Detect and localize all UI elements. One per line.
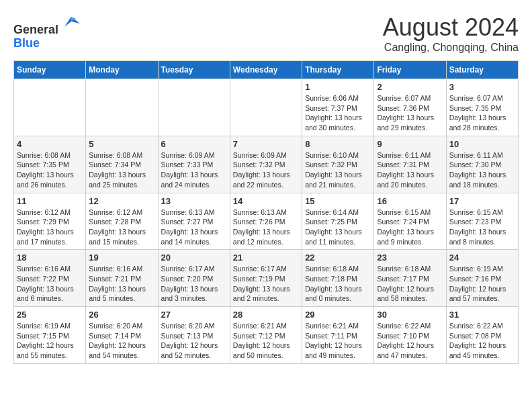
day-info: Sunrise: 6:22 AM Sunset: 7:10 PM Dayligh…: [377, 321, 443, 361]
weekday-header-tuesday: Tuesday: [158, 61, 230, 79]
day-number: 14: [233, 196, 299, 206]
logo-general: General: [13, 23, 58, 36]
day-number: 2: [377, 82, 443, 92]
page-header: General Blue August 2024 Cangling, Chong…: [13, 13, 519, 54]
calendar-week-row: 11Sunrise: 6:12 AM Sunset: 7:29 PM Dayli…: [14, 193, 519, 250]
calendar-day-cell: 25Sunrise: 6:19 AM Sunset: 7:15 PM Dayli…: [14, 307, 86, 364]
calendar-day-cell: 6Sunrise: 6:09 AM Sunset: 7:33 PM Daylig…: [158, 136, 230, 193]
weekday-header-saturday: Saturday: [446, 61, 518, 79]
day-number: 3: [449, 82, 515, 92]
calendar-day-cell: 3Sunrise: 6:07 AM Sunset: 7:35 PM Daylig…: [446, 79, 518, 136]
day-info: Sunrise: 6:15 AM Sunset: 7:23 PM Dayligh…: [449, 208, 515, 247]
day-info: Sunrise: 6:19 AM Sunset: 7:16 PM Dayligh…: [449, 264, 515, 304]
empty-calendar-cell: [14, 79, 86, 136]
day-number: 8: [305, 139, 371, 149]
calendar-day-cell: 11Sunrise: 6:12 AM Sunset: 7:29 PM Dayli…: [14, 193, 86, 250]
day-info: Sunrise: 6:11 AM Sunset: 7:31 PM Dayligh…: [377, 150, 443, 190]
calendar-day-cell: 23Sunrise: 6:18 AM Sunset: 7:17 PM Dayli…: [374, 250, 446, 307]
day-number: 30: [377, 310, 443, 320]
weekday-header-row: SundayMondayTuesdayWednesdayThursdayFrid…: [14, 61, 519, 79]
calendar-day-cell: 22Sunrise: 6:18 AM Sunset: 7:18 PM Dayli…: [302, 250, 374, 307]
calendar-day-cell: 16Sunrise: 6:15 AM Sunset: 7:24 PM Dayli…: [374, 193, 446, 250]
weekday-header-sunday: Sunday: [14, 61, 86, 79]
empty-calendar-cell: [158, 79, 230, 136]
calendar-day-cell: 2Sunrise: 6:07 AM Sunset: 7:36 PM Daylig…: [374, 79, 446, 136]
day-number: 4: [17, 139, 83, 149]
calendar-week-row: 1Sunrise: 6:06 AM Sunset: 7:37 PM Daylig…: [14, 79, 519, 136]
day-info: Sunrise: 6:06 AM Sunset: 7:37 PM Dayligh…: [305, 93, 371, 133]
day-info: Sunrise: 6:12 AM Sunset: 7:29 PM Dayligh…: [17, 208, 83, 247]
day-info: Sunrise: 6:10 AM Sunset: 7:32 PM Dayligh…: [305, 150, 371, 190]
day-number: 7: [233, 139, 299, 149]
day-info: Sunrise: 6:14 AM Sunset: 7:25 PM Dayligh…: [305, 208, 371, 247]
day-number: 1: [305, 82, 371, 92]
calendar-table: SundayMondayTuesdayWednesdayThursdayFrid…: [13, 60, 519, 364]
day-info: Sunrise: 6:08 AM Sunset: 7:35 PM Dayligh…: [17, 150, 83, 190]
day-info: Sunrise: 6:15 AM Sunset: 7:24 PM Dayligh…: [377, 208, 443, 247]
calendar-day-cell: 30Sunrise: 6:22 AM Sunset: 7:10 PM Dayli…: [374, 307, 446, 364]
day-number: 20: [161, 253, 227, 263]
calendar-day-cell: 15Sunrise: 6:14 AM Sunset: 7:25 PM Dayli…: [302, 193, 374, 250]
day-info: Sunrise: 6:19 AM Sunset: 7:15 PM Dayligh…: [17, 321, 83, 361]
day-number: 24: [449, 253, 515, 263]
calendar-day-cell: 29Sunrise: 6:21 AM Sunset: 7:11 PM Dayli…: [302, 307, 374, 364]
calendar-day-cell: 31Sunrise: 6:22 AM Sunset: 7:08 PM Dayli…: [446, 307, 518, 364]
weekday-header-friday: Friday: [374, 61, 446, 79]
day-info: Sunrise: 6:22 AM Sunset: 7:08 PM Dayligh…: [449, 321, 515, 361]
calendar-day-cell: 7Sunrise: 6:09 AM Sunset: 7:32 PM Daylig…: [230, 136, 302, 193]
day-number: 26: [89, 310, 154, 320]
day-info: Sunrise: 6:09 AM Sunset: 7:32 PM Dayligh…: [233, 150, 299, 190]
day-number: 13: [161, 196, 227, 206]
day-info: Sunrise: 6:08 AM Sunset: 7:34 PM Dayligh…: [89, 150, 154, 190]
calendar-day-cell: 13Sunrise: 6:13 AM Sunset: 7:27 PM Dayli…: [158, 193, 230, 250]
day-number: 21: [233, 253, 299, 263]
day-info: Sunrise: 6:18 AM Sunset: 7:17 PM Dayligh…: [377, 264, 443, 304]
empty-calendar-cell: [86, 79, 158, 136]
day-info: Sunrise: 6:09 AM Sunset: 7:33 PM Dayligh…: [161, 150, 227, 190]
day-info: Sunrise: 6:13 AM Sunset: 7:26 PM Dayligh…: [233, 208, 299, 247]
logo: General Blue: [13, 13, 81, 50]
empty-calendar-cell: [230, 79, 302, 136]
day-number: 6: [161, 139, 227, 149]
calendar-day-cell: 1Sunrise: 6:06 AM Sunset: 7:37 PM Daylig…: [302, 79, 374, 136]
day-info: Sunrise: 6:17 AM Sunset: 7:20 PM Dayligh…: [161, 264, 227, 304]
calendar-day-cell: 10Sunrise: 6:11 AM Sunset: 7:30 PM Dayli…: [446, 136, 518, 193]
day-info: Sunrise: 6:21 AM Sunset: 7:12 PM Dayligh…: [233, 321, 299, 361]
calendar-week-row: 4Sunrise: 6:08 AM Sunset: 7:35 PM Daylig…: [14, 136, 519, 193]
calendar-day-cell: 5Sunrise: 6:08 AM Sunset: 7:34 PM Daylig…: [86, 136, 158, 193]
calendar-day-cell: 17Sunrise: 6:15 AM Sunset: 7:23 PM Dayli…: [446, 193, 518, 250]
day-info: Sunrise: 6:17 AM Sunset: 7:19 PM Dayligh…: [233, 264, 299, 304]
day-number: 28: [233, 310, 299, 320]
day-number: 15: [305, 196, 371, 206]
day-number: 31: [449, 310, 515, 320]
day-number: 25: [17, 310, 83, 320]
day-number: 23: [377, 253, 443, 263]
month-title: August 2024: [383, 13, 519, 42]
day-number: 17: [449, 196, 515, 206]
day-info: Sunrise: 6:07 AM Sunset: 7:36 PM Dayligh…: [377, 93, 443, 133]
day-number: 16: [377, 196, 443, 206]
calendar-day-cell: 14Sunrise: 6:13 AM Sunset: 7:26 PM Dayli…: [230, 193, 302, 250]
calendar-week-row: 25Sunrise: 6:19 AM Sunset: 7:15 PM Dayli…: [14, 307, 519, 364]
day-info: Sunrise: 6:07 AM Sunset: 7:35 PM Dayligh…: [449, 93, 515, 133]
calendar-day-cell: 26Sunrise: 6:20 AM Sunset: 7:14 PM Dayli…: [86, 307, 158, 364]
day-number: 9: [377, 139, 443, 149]
calendar-day-cell: 21Sunrise: 6:17 AM Sunset: 7:19 PM Dayli…: [230, 250, 302, 307]
day-number: 29: [305, 310, 371, 320]
location-subtitle: Cangling, Chongqing, China: [383, 42, 519, 54]
day-info: Sunrise: 6:21 AM Sunset: 7:11 PM Dayligh…: [305, 321, 371, 361]
day-number: 12: [89, 196, 154, 206]
day-number: 11: [17, 196, 83, 206]
calendar-day-cell: 8Sunrise: 6:10 AM Sunset: 7:32 PM Daylig…: [302, 136, 374, 193]
logo-blue: Blue: [13, 36, 40, 50]
day-info: Sunrise: 6:11 AM Sunset: 7:30 PM Dayligh…: [449, 150, 515, 190]
day-number: 10: [449, 139, 515, 149]
calendar-day-cell: 9Sunrise: 6:11 AM Sunset: 7:31 PM Daylig…: [374, 136, 446, 193]
day-info: Sunrise: 6:20 AM Sunset: 7:14 PM Dayligh…: [89, 321, 154, 361]
title-block: August 2024 Cangling, Chongqing, China: [383, 13, 519, 54]
day-number: 27: [161, 310, 227, 320]
calendar-day-cell: 4Sunrise: 6:08 AM Sunset: 7:35 PM Daylig…: [14, 136, 86, 193]
calendar-day-cell: 20Sunrise: 6:17 AM Sunset: 7:20 PM Dayli…: [158, 250, 230, 307]
day-number: 22: [305, 253, 371, 263]
day-info: Sunrise: 6:13 AM Sunset: 7:27 PM Dayligh…: [161, 208, 227, 247]
